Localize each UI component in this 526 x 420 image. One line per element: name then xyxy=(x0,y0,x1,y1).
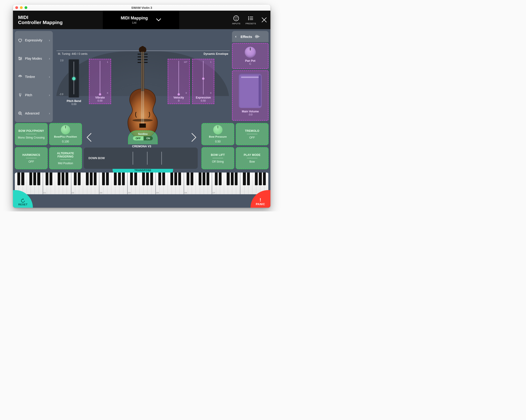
tuning-fork-icon xyxy=(18,93,23,98)
tremolo-tile[interactable]: TREMOLOOFF xyxy=(236,123,269,145)
alert-icon: ! xyxy=(260,197,261,203)
page-title: MIDI Controller Mapping xyxy=(13,15,63,25)
bow-pressure-knob[interactable]: Bow Pressure0.50 xyxy=(202,123,234,145)
chevron-right-icon: › xyxy=(49,111,50,115)
titlebar: SWAM Violin 3 xyxy=(13,5,270,11)
sidebar: Expressivity› Play Modes› Timbre› Pitch›… xyxy=(15,31,53,122)
down-bow-label: DOWN BOW xyxy=(88,156,105,160)
octave-label: C6 xyxy=(184,192,187,194)
effects-header[interactable]: ‹ Effects xyxy=(232,31,269,42)
octave-label: C7 xyxy=(212,192,215,194)
chevron-down-icon xyxy=(156,18,161,21)
mapping-selector[interactable]: MIDI Mapping List xyxy=(103,11,179,29)
svg-point-13 xyxy=(132,119,153,122)
tuning-label: M. Tuning: 440 / 0 cents xyxy=(58,52,88,56)
palette-icon xyxy=(233,15,239,21)
svg-point-5 xyxy=(248,18,249,19)
presets-button[interactable]: PRESETS xyxy=(245,15,256,25)
sliders-icon xyxy=(18,56,23,61)
plugin-ui: MIDI Controller Mapping MIDI Mapping Lis… xyxy=(13,11,270,208)
dynamic-envelope-label: Dynamic Envelope xyxy=(203,52,228,56)
bow-polyphony-tile[interactable]: BOW POLYPHONYMono String Crossing xyxy=(15,123,48,145)
window-title: SWAM Violin 3 xyxy=(13,6,270,10)
bow-display: DOWN BOW xyxy=(84,147,198,169)
heart-icon xyxy=(18,38,23,43)
octave-label: C5 xyxy=(156,192,159,194)
inputs-button[interactable]: INPUTS xyxy=(232,15,240,25)
svg-point-9 xyxy=(20,59,20,60)
waveform-icon xyxy=(254,34,260,39)
top-bar: MIDI Controller Mapping MIDI Mapping Lis… xyxy=(13,11,270,29)
piano-keyboard[interactable]: C0C1C2C3C4C5C6C7 xyxy=(15,173,269,194)
sidebar-item-timbre[interactable]: Timbre› xyxy=(15,68,53,86)
octave-label: C3 xyxy=(100,192,102,194)
svg-point-2 xyxy=(236,17,237,18)
effects-panel: ‹ Effects xyxy=(232,31,269,42)
bow-lift-tile[interactable]: BOW LIFTOff String xyxy=(202,147,234,169)
sidebar-item-expressivity[interactable]: Expressivity› xyxy=(15,31,53,49)
sidebar-item-play-modes[interactable]: Play Modes› xyxy=(15,49,53,68)
svg-point-1 xyxy=(235,18,235,18)
bow-pizz-position-knob[interactable]: Bow/Pizz Position0.100 xyxy=(49,123,82,145)
octave-label: C1 xyxy=(43,192,46,194)
svg-point-0 xyxy=(233,16,239,21)
vibrato-slider[interactable]: 1 0 Vibrato 0.00 xyxy=(89,59,111,104)
chevron-left-icon[interactable]: ‹ xyxy=(235,34,236,39)
close-icon[interactable] xyxy=(261,17,267,23)
svg-point-3 xyxy=(237,18,238,18)
play-mode-tile[interactable]: PLAY MODEBow xyxy=(236,147,269,169)
window: SWAM Violin 3 MIDI Controller Mapping MI… xyxy=(13,5,270,208)
svg-point-12 xyxy=(20,112,20,114)
waves-icon xyxy=(18,74,23,79)
sidebar-item-advanced[interactable]: Advanced› xyxy=(15,104,53,122)
svg-point-4 xyxy=(248,16,249,17)
chevron-right-icon: › xyxy=(49,93,50,97)
octave-label: C2 xyxy=(72,192,74,194)
svg-point-8 xyxy=(20,58,21,59)
reset-icon xyxy=(20,198,25,203)
list-icon xyxy=(247,15,254,21)
gear-search-icon xyxy=(18,111,23,116)
svg-point-6 xyxy=(248,19,249,20)
velocity-slider[interactable]: 127 0 Velocity 0 xyxy=(168,59,190,104)
chevron-right-icon: › xyxy=(49,75,50,79)
svg-point-11 xyxy=(19,112,21,115)
chevron-right-icon: › xyxy=(49,38,50,42)
main-volume-slider[interactable]: Main Volume -3.0 xyxy=(232,70,269,121)
chevron-right-icon: › xyxy=(49,57,50,60)
pan-pot-knob[interactable]: Pan Pot C xyxy=(232,43,269,69)
svg-point-10 xyxy=(20,76,20,77)
sidebar-item-pitch[interactable]: Pitch› xyxy=(15,86,53,104)
harmonics-tile[interactable]: HARMONICSOFF xyxy=(15,147,48,169)
svg-point-7 xyxy=(19,57,20,58)
pitch-bend-slider[interactable]: 2.0 -2.0 Pitch Bend 0.00 xyxy=(67,59,81,106)
alternate-fingering-tile[interactable]: ALTERNATE FINGERINGMid Position xyxy=(49,147,82,169)
expression-slider[interactable]: 1 0 Expression 0.50 xyxy=(192,59,214,104)
octave-label: C4 xyxy=(128,192,130,194)
